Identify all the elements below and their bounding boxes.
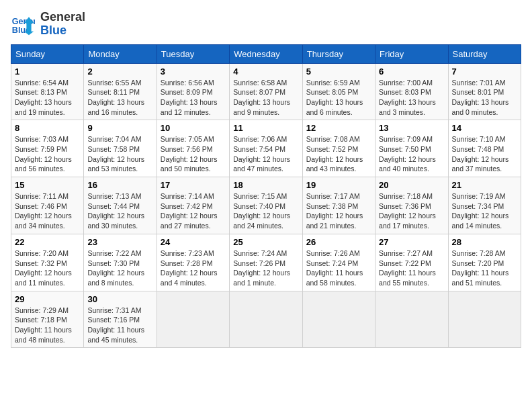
calendar-cell: 24Sunrise: 7:23 AMSunset: 7:28 PMDayligh… bbox=[157, 234, 229, 291]
day-info: Sunrise: 6:56 AMSunset: 8:09 PMDaylight:… bbox=[161, 78, 226, 118]
calendar-week-row: 29Sunrise: 7:29 AMSunset: 7:18 PMDayligh… bbox=[11, 291, 521, 348]
calendar-cell: 15Sunrise: 7:11 AMSunset: 7:46 PMDayligh… bbox=[11, 177, 84, 234]
calendar-cell bbox=[230, 291, 302, 348]
calendar-cell: 2Sunrise: 6:55 AMSunset: 8:11 PMDaylight… bbox=[84, 63, 157, 120]
day-info: Sunrise: 7:23 AMSunset: 7:28 PMDaylight:… bbox=[161, 248, 226, 288]
day-info: Sunrise: 7:13 AMSunset: 7:44 PMDaylight:… bbox=[87, 191, 152, 231]
calendar-cell: 25Sunrise: 7:24 AMSunset: 7:26 PMDayligh… bbox=[230, 234, 302, 291]
logo: General Blue General Blue bbox=[11, 11, 85, 38]
day-info: Sunrise: 7:17 AMSunset: 7:38 PMDaylight:… bbox=[306, 191, 371, 231]
day-info: Sunrise: 7:19 AMSunset: 7:34 PMDaylight:… bbox=[452, 191, 517, 231]
day-number: 3 bbox=[161, 66, 226, 77]
day-number: 20 bbox=[379, 180, 444, 190]
day-number: 17 bbox=[161, 180, 226, 190]
day-number: 22 bbox=[15, 237, 80, 247]
calendar-cell: 23Sunrise: 7:22 AMSunset: 7:30 PMDayligh… bbox=[84, 234, 157, 291]
calendar-cell bbox=[448, 291, 521, 348]
day-info: Sunrise: 6:59 AMSunset: 8:05 PMDaylight:… bbox=[306, 78, 371, 118]
calendar-cell: 10Sunrise: 7:05 AMSunset: 7:56 PMDayligh… bbox=[157, 120, 229, 177]
calendar-cell: 21Sunrise: 7:19 AMSunset: 7:34 PMDayligh… bbox=[448, 177, 521, 234]
calendar-cell bbox=[375, 291, 448, 348]
day-number: 12 bbox=[306, 123, 371, 133]
day-info: Sunrise: 7:14 AMSunset: 7:42 PMDaylight:… bbox=[161, 191, 226, 231]
day-number: 27 bbox=[379, 237, 444, 247]
day-number: 29 bbox=[15, 294, 80, 304]
calendar-cell: 5Sunrise: 6:59 AMSunset: 8:05 PMDaylight… bbox=[302, 63, 375, 120]
day-info: Sunrise: 7:06 AMSunset: 7:54 PMDaylight:… bbox=[233, 134, 298, 174]
calendar-week-row: 8Sunrise: 7:03 AMSunset: 7:59 PMDaylight… bbox=[11, 120, 521, 177]
day-number: 8 bbox=[15, 123, 80, 133]
calendar-cell: 20Sunrise: 7:18 AMSunset: 7:36 PMDayligh… bbox=[375, 177, 448, 234]
calendar-week-row: 1Sunrise: 6:54 AMSunset: 8:13 PMDaylight… bbox=[11, 63, 521, 120]
day-info: Sunrise: 7:04 AMSunset: 7:58 PMDaylight:… bbox=[87, 134, 152, 174]
day-info: Sunrise: 7:27 AMSunset: 7:22 PMDaylight:… bbox=[379, 248, 444, 288]
weekday-header-thursday: Thursday bbox=[302, 44, 375, 63]
calendar-cell bbox=[157, 291, 229, 348]
calendar-cell: 12Sunrise: 7:08 AMSunset: 7:52 PMDayligh… bbox=[302, 120, 375, 177]
calendar-cell: 19Sunrise: 7:17 AMSunset: 7:38 PMDayligh… bbox=[302, 177, 375, 234]
day-info: Sunrise: 7:15 AMSunset: 7:40 PMDaylight:… bbox=[233, 191, 298, 231]
day-info: Sunrise: 7:01 AMSunset: 8:01 PMDaylight:… bbox=[452, 78, 517, 118]
day-number: 6 bbox=[379, 66, 444, 77]
weekday-header-saturday: Saturday bbox=[448, 44, 521, 63]
day-number: 1 bbox=[15, 66, 80, 77]
calendar-cell: 16Sunrise: 7:13 AMSunset: 7:44 PMDayligh… bbox=[84, 177, 157, 234]
logo-line1: General bbox=[40, 11, 85, 24]
calendar-week-row: 22Sunrise: 7:20 AMSunset: 7:32 PMDayligh… bbox=[11, 234, 521, 291]
weekday-header-monday: Monday bbox=[84, 44, 157, 63]
calendar-week-row: 15Sunrise: 7:11 AMSunset: 7:46 PMDayligh… bbox=[11, 177, 521, 234]
day-number: 26 bbox=[306, 237, 371, 247]
calendar-cell: 29Sunrise: 7:29 AMSunset: 7:18 PMDayligh… bbox=[11, 291, 84, 348]
day-number: 18 bbox=[233, 180, 298, 190]
calendar-cell: 3Sunrise: 6:56 AMSunset: 8:09 PMDaylight… bbox=[157, 63, 229, 120]
day-info: Sunrise: 7:28 AMSunset: 7:20 PMDaylight:… bbox=[452, 248, 517, 288]
calendar-cell: 30Sunrise: 7:31 AMSunset: 7:16 PMDayligh… bbox=[84, 291, 157, 348]
calendar-cell bbox=[302, 291, 375, 348]
day-info: Sunrise: 7:03 AMSunset: 7:59 PMDaylight:… bbox=[15, 134, 80, 174]
day-number: 9 bbox=[87, 123, 152, 133]
logo-icon: General Blue bbox=[11, 12, 35, 36]
calendar-cell: 1Sunrise: 6:54 AMSunset: 8:13 PMDaylight… bbox=[11, 63, 84, 120]
day-info: Sunrise: 7:09 AMSunset: 7:50 PMDaylight:… bbox=[379, 134, 444, 174]
calendar-cell: 17Sunrise: 7:14 AMSunset: 7:42 PMDayligh… bbox=[157, 177, 229, 234]
day-number: 14 bbox=[452, 123, 517, 133]
calendar-cell: 14Sunrise: 7:10 AMSunset: 7:48 PMDayligh… bbox=[448, 120, 521, 177]
day-info: Sunrise: 6:55 AMSunset: 8:11 PMDaylight:… bbox=[87, 78, 152, 118]
calendar-cell: 8Sunrise: 7:03 AMSunset: 7:59 PMDaylight… bbox=[11, 120, 84, 177]
logo-line2: Blue bbox=[40, 24, 85, 38]
day-number: 13 bbox=[379, 123, 444, 133]
day-info: Sunrise: 7:10 AMSunset: 7:48 PMDaylight:… bbox=[452, 134, 517, 174]
weekday-header-friday: Friday bbox=[375, 44, 448, 63]
calendar-cell: 28Sunrise: 7:28 AMSunset: 7:20 PMDayligh… bbox=[448, 234, 521, 291]
day-number: 16 bbox=[87, 180, 152, 190]
day-info: Sunrise: 7:18 AMSunset: 7:36 PMDaylight:… bbox=[379, 191, 444, 231]
weekday-header-wednesday: Wednesday bbox=[230, 44, 302, 63]
day-number: 7 bbox=[452, 66, 517, 77]
day-number: 24 bbox=[161, 237, 226, 247]
calendar-cell: 6Sunrise: 7:00 AMSunset: 8:03 PMDaylight… bbox=[375, 63, 448, 120]
calendar-cell: 22Sunrise: 7:20 AMSunset: 7:32 PMDayligh… bbox=[11, 234, 84, 291]
calendar-cell: 11Sunrise: 7:06 AMSunset: 7:54 PMDayligh… bbox=[230, 120, 302, 177]
calendar-cell: 18Sunrise: 7:15 AMSunset: 7:40 PMDayligh… bbox=[230, 177, 302, 234]
day-number: 10 bbox=[161, 123, 226, 133]
day-info: Sunrise: 7:11 AMSunset: 7:46 PMDaylight:… bbox=[15, 191, 80, 231]
day-number: 2 bbox=[87, 66, 152, 77]
day-info: Sunrise: 7:20 AMSunset: 7:32 PMDaylight:… bbox=[15, 248, 80, 288]
day-number: 15 bbox=[15, 180, 80, 190]
calendar-cell: 9Sunrise: 7:04 AMSunset: 7:58 PMDaylight… bbox=[84, 120, 157, 177]
calendar-cell: 7Sunrise: 7:01 AMSunset: 8:01 PMDaylight… bbox=[448, 63, 521, 120]
day-number: 28 bbox=[452, 237, 517, 247]
day-number: 23 bbox=[87, 237, 152, 247]
day-info: Sunrise: 7:24 AMSunset: 7:26 PMDaylight:… bbox=[233, 248, 298, 288]
calendar-table: SundayMondayTuesdayWednesdayThursdayFrid… bbox=[11, 44, 521, 349]
day-info: Sunrise: 7:26 AMSunset: 7:24 PMDaylight:… bbox=[306, 248, 371, 288]
day-info: Sunrise: 7:00 AMSunset: 8:03 PMDaylight:… bbox=[379, 78, 444, 118]
day-number: 30 bbox=[87, 294, 152, 304]
day-number: 19 bbox=[306, 180, 371, 190]
calendar-cell: 26Sunrise: 7:26 AMSunset: 7:24 PMDayligh… bbox=[302, 234, 375, 291]
weekday-header-sunday: Sunday bbox=[11, 44, 84, 63]
day-info: Sunrise: 7:08 AMSunset: 7:52 PMDaylight:… bbox=[306, 134, 371, 174]
weekday-header-tuesday: Tuesday bbox=[157, 44, 229, 63]
calendar-cell: 4Sunrise: 6:58 AMSunset: 8:07 PMDaylight… bbox=[230, 63, 302, 120]
day-info: Sunrise: 7:31 AMSunset: 7:16 PMDaylight:… bbox=[87, 306, 152, 345]
